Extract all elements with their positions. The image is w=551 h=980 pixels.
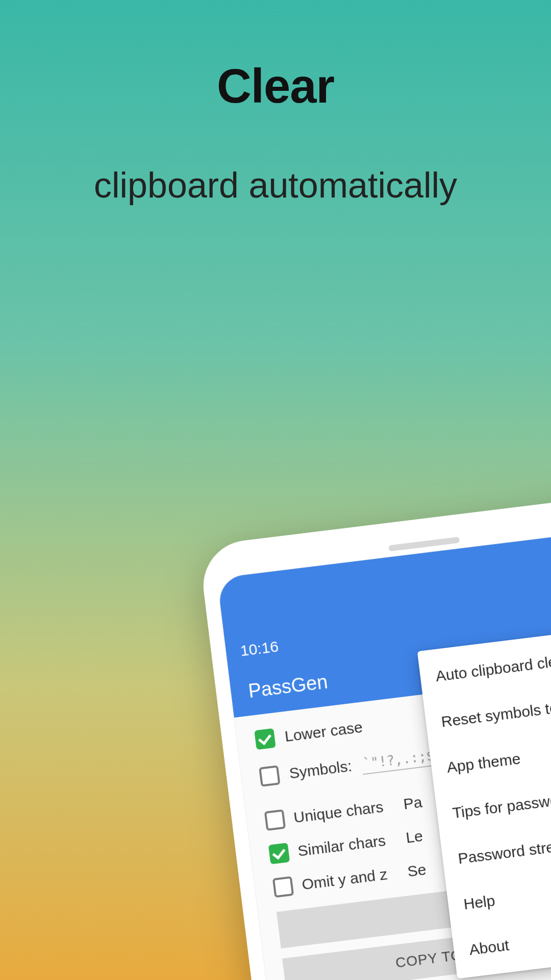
menu-label: Help — [463, 892, 496, 913]
menu-label: About — [468, 937, 510, 959]
checkbox-lower-case[interactable] — [254, 728, 276, 750]
label-symbols: Symbols: — [288, 757, 353, 782]
phone-mockup: 10:16 PassGen Lower case Symbols: — [198, 492, 551, 980]
status-clock: 10:16 — [239, 638, 280, 659]
label-unique-right: Pa — [403, 793, 423, 813]
checkbox-omit-yz[interactable] — [272, 876, 294, 898]
label-similar: Similar chars — [297, 832, 387, 860]
menu-label: Auto clipboard clearing — [435, 649, 551, 685]
promo-subtitle: clipboard automatically — [0, 165, 551, 206]
label-omit-yz: Omit y and z — [301, 866, 388, 893]
checkbox-similar[interactable] — [268, 843, 290, 864]
label-omit-yz-right: Se — [407, 861, 428, 880]
menu-label: Reset symbols to default — [440, 693, 551, 731]
menu-label: Tips for passwords — [452, 789, 551, 822]
phone-frame: 10:16 PassGen Lower case Symbols: — [198, 492, 551, 980]
checkbox-unique[interactable] — [264, 810, 286, 831]
promo-title: Clear — [0, 59, 551, 114]
label-similar-right: Le — [405, 827, 423, 847]
menu-label: App theme — [446, 750, 521, 776]
label-lower-case: Lower case — [284, 719, 363, 745]
checkbox-symbols[interactable] — [259, 765, 280, 787]
menu-label: Password strength — [457, 835, 551, 867]
app-screen: 10:16 PassGen Lower case Symbols: — [216, 527, 551, 980]
promo-headline: Clear clipboard automatically — [0, 59, 551, 206]
app-title: PassGen — [247, 671, 329, 702]
